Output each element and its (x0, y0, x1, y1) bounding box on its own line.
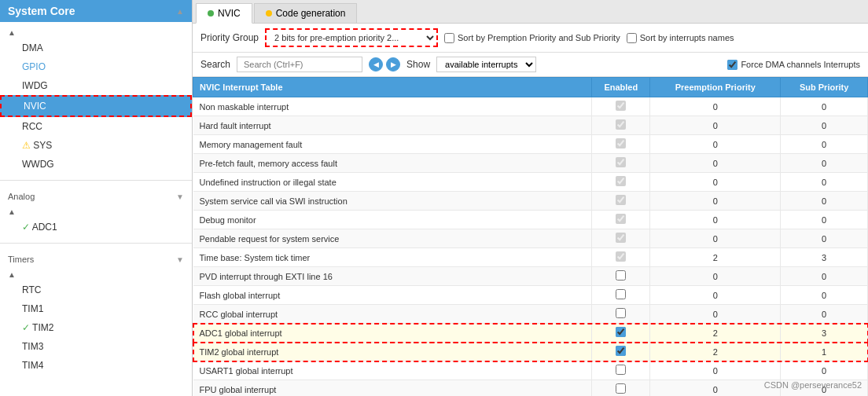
enabled-checkbox[interactable] (616, 308, 626, 318)
sidebar-item-wwdg[interactable]: WWDG (0, 155, 192, 174)
search-icons: ◀ ▶ (369, 57, 400, 72)
timers-collapse-icon[interactable]: ▼ (176, 255, 184, 264)
table-row: Memory management fault00 (193, 135, 868, 154)
force-dma-checkbox[interactable] (727, 60, 737, 70)
enabled-checkbox[interactable] (616, 289, 626, 299)
preemption-priority: 0 (650, 116, 781, 135)
force-dma-label[interactable]: Force DMA channels Interrupts (727, 60, 860, 70)
preemption-priority: 0 (650, 380, 781, 397)
enabled-checkbox[interactable] (616, 101, 626, 111)
preemption-priority: 0 (650, 192, 781, 211)
timers-section-header[interactable]: Timers ▼ (0, 250, 192, 267)
interrupt-enabled[interactable] (592, 305, 650, 324)
sidebar-item-tim3[interactable]: TIM3 (0, 337, 192, 356)
section-up-arrow[interactable]: ▲ (8, 28, 16, 37)
interrupt-enabled[interactable] (592, 173, 650, 192)
enabled-checkbox[interactable] (616, 346, 626, 356)
enabled-checkbox[interactable] (616, 157, 626, 167)
analog-up-arrow[interactable]: ▲ (8, 207, 16, 216)
interrupt-enabled[interactable] (592, 267, 650, 286)
enabled-checkbox[interactable] (616, 365, 626, 375)
sidebar-item-iwdg[interactable]: IWDG (0, 76, 192, 95)
interrupt-enabled[interactable] (592, 380, 650, 397)
nvic-tab-label: NVIC (218, 8, 241, 19)
interrupt-enabled[interactable] (592, 248, 650, 267)
sort-premption-label[interactable]: Sort by Premption Priority and Sub Prior… (444, 33, 620, 43)
sub-priority: 0 (781, 211, 868, 229)
table-row: USART1 global interrupt00 (193, 361, 868, 380)
enabled-checkbox[interactable] (616, 233, 626, 243)
interrupt-enabled[interactable] (592, 324, 650, 343)
interrupt-enabled[interactable] (592, 361, 650, 380)
col-header-sub: Sub Priority (781, 78, 868, 97)
interrupt-enabled[interactable] (592, 229, 650, 248)
preemption-priority: 0 (650, 305, 781, 324)
sidebar-item-adc1[interactable]: ✓ ADC1 (0, 218, 192, 236)
interrupt-name: RCC global interrupt (193, 305, 592, 324)
sort-interrupts-checkbox[interactable] (627, 33, 637, 43)
interrupt-name: System service call via SWI instruction (193, 192, 592, 211)
enabled-checkbox[interactable] (616, 138, 626, 148)
search-input[interactable] (237, 57, 362, 72)
sidebar-item-dma[interactable]: DMA (0, 38, 192, 57)
sort-premption-checkbox[interactable] (444, 33, 454, 43)
search-next-btn[interactable]: ▶ (386, 57, 400, 72)
interrupt-enabled[interactable] (592, 343, 650, 361)
enabled-checkbox[interactable] (616, 119, 626, 130)
timers-up-arrow[interactable]: ▲ (8, 270, 16, 279)
interrupt-enabled[interactable] (592, 116, 650, 135)
show-select[interactable]: available interrupts (436, 57, 536, 72)
interrupt-enabled[interactable] (592, 192, 650, 211)
system-core-section: ▲ DMA GPIO IWDG NVIC RCC ⚠ SYS WWDG (0, 22, 192, 177)
table-row: System service call via SWI instruction0… (193, 192, 868, 211)
enabled-checkbox[interactable] (616, 251, 626, 262)
sidebar-item-rcc[interactable]: RCC (0, 117, 192, 136)
interrupt-enabled[interactable] (592, 154, 650, 173)
show-label: Show (406, 59, 430, 70)
tab-nvic[interactable]: NVIC (196, 3, 252, 24)
priority-group-select[interactable]: 2 bits for pre-emption priority 2... (265, 28, 438, 47)
search-prev-btn[interactable]: ◀ (369, 57, 383, 72)
sort-interrupts-label[interactable]: Sort by interrupts names (627, 33, 734, 43)
sidebar-item-tim2[interactable]: ✓ TIM2 (0, 318, 192, 337)
interrupt-enabled[interactable] (592, 211, 650, 229)
enabled-checkbox[interactable] (616, 176, 626, 186)
search-bar: Search ◀ ▶ Show available interrupts For… (193, 53, 868, 77)
sub-priority: 0 (781, 154, 868, 173)
sub-priority: 0 (781, 229, 868, 248)
sub-priority: 0 (781, 173, 868, 192)
sidebar-item-rtc[interactable]: RTC (0, 280, 192, 299)
sidebar-item-sys[interactable]: ⚠ SYS (0, 136, 192, 155)
interrupt-table-container: NVIC Interrupt Table Enabled Preemption … (193, 77, 868, 396)
enabled-checkbox[interactable] (616, 214, 626, 224)
enabled-checkbox[interactable] (616, 270, 626, 280)
table-row: TIM2 global interrupt21 (193, 343, 868, 361)
enabled-checkbox[interactable] (616, 195, 626, 205)
interrupt-enabled[interactable] (592, 97, 650, 116)
enabled-checkbox[interactable] (616, 327, 626, 337)
sub-priority: 0 (781, 116, 868, 135)
analog-section-header[interactable]: Analog ▼ (0, 187, 192, 204)
interrupt-enabled[interactable] (592, 286, 650, 305)
interrupt-table: NVIC Interrupt Table Enabled Preemption … (193, 77, 868, 396)
preemption-priority: 0 (650, 361, 781, 380)
interrupt-name: Pendable request for system service (193, 229, 592, 248)
sidebar-title: System Core (8, 5, 75, 17)
timers-label: Timers (8, 255, 34, 264)
interrupt-name: TIM2 global interrupt (193, 343, 592, 361)
sidebar-item-gpio[interactable]: GPIO (0, 57, 192, 76)
sub-priority: 0 (781, 305, 868, 324)
tab-code-generation[interactable]: Code generation (254, 3, 358, 23)
sidebar-item-tim1[interactable]: TIM1 (0, 299, 192, 318)
sidebar-item-nvic[interactable]: NVIC (0, 95, 192, 117)
sidebar-item-tim4[interactable]: TIM4 (0, 356, 192, 375)
preemption-priority: 0 (650, 211, 781, 229)
enabled-checkbox[interactable] (616, 383, 626, 394)
analog-collapse-icon[interactable]: ▼ (176, 192, 184, 201)
interrupt-name: Flash global interrupt (193, 286, 592, 305)
preemption-priority: 2 (650, 343, 781, 361)
sidebar-collapse-icon[interactable]: ▲ (176, 7, 184, 16)
interrupt-enabled[interactable] (592, 135, 650, 154)
toolbar: Priority Group 2 bits for pre-emption pr… (193, 24, 868, 53)
table-row: PVD interrupt through EXTI line 1600 (193, 267, 868, 286)
